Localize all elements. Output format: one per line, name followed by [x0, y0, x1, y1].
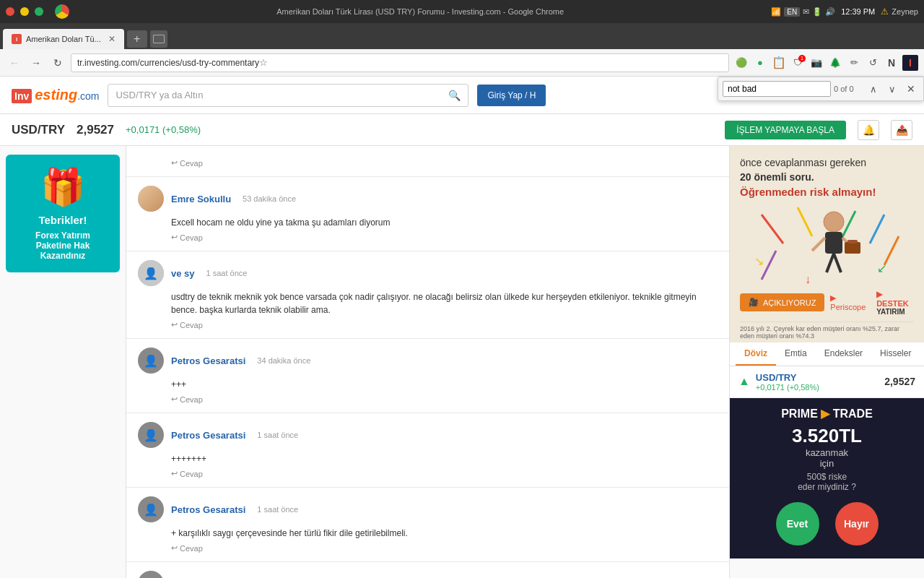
post-time-5: 1 saat önce	[257, 505, 298, 514]
new-tab-button[interactable]: +	[127, 30, 147, 48]
toolbar-icon-2[interactable]: ●	[752, 55, 768, 71]
back-button[interactable]: ←	[6, 54, 23, 72]
market-tab-emtia[interactable]: Emtia	[776, 342, 816, 366]
reply-icon-2: ↩	[171, 320, 178, 329]
post-username-5[interactable]: Petros Gesaratsi	[171, 504, 245, 515]
toolbar-icon-reload2[interactable]: ↺	[865, 55, 881, 71]
avatar-3: 👤	[138, 348, 164, 374]
toolbar-icon-3[interactable]: 📋	[771, 55, 787, 71]
alert-button[interactable]: 🔔	[858, 120, 879, 140]
find-next-button[interactable]: ∨	[884, 81, 900, 97]
forum-post-6: 👤 Petros Gesaratsi 52 dakika önce O zate…	[126, 562, 729, 578]
tab-label: Amerikan Doları Tü...	[26, 35, 101, 43]
browser-tab[interactable]: I Amerikan Doları Tü... ✕	[3, 29, 124, 49]
avatar-1	[138, 186, 164, 212]
toolbar-icon-n[interactable]: N	[884, 55, 899, 71]
find-count: 0 of 0	[834, 85, 863, 93]
reply-link-2[interactable]: ↩ Cevap	[171, 320, 718, 329]
post-username-3[interactable]: Petros Gesaratsi	[171, 355, 245, 366]
symbol-price: 2,9527	[77, 123, 114, 137]
hayir-button[interactable]: Hayır	[835, 502, 879, 545]
address-bar[interactable]: tr.investing.com/currencies/usd-try-comm…	[71, 53, 729, 72]
post-text-1: Excell hocam ne oldu yine ya takma şu ad…	[171, 216, 718, 229]
ad-subtitle: Forex YatırımPaketine HakKazandınız	[14, 230, 111, 261]
reply-link-1[interactable]: ↩ Cevap	[171, 233, 718, 242]
svg-line-8	[812, 238, 825, 251]
forum-post-4: 👤 Petros Gesaratsi 1 saat önce +++++++ ↩…	[126, 413, 729, 488]
forum-post-2: 👤 ve sy 1 saat önce usdtry de teknik mek…	[126, 251, 729, 339]
ad1-text1: önce cevaplanması gereken 20 önemli soru…	[740, 156, 914, 200]
address-url: tr.investing.com/currencies/usd-try-comm…	[77, 58, 259, 68]
svg-rect-7	[825, 232, 842, 254]
forward-button[interactable]: →	[27, 54, 45, 72]
post-username-1[interactable]: Emre Sokullu	[171, 194, 231, 204]
symbol-name: USD/TRY	[12, 123, 65, 137]
reply-link-0[interactable]: ↩ Cevap	[171, 158, 718, 168]
find-bar: 0 of 0 ∧ ∨ ✕	[718, 77, 924, 101]
toolbar-icon-tree[interactable]: 🌲	[827, 55, 843, 71]
tab-favicon: I	[12, 34, 22, 44]
acikliyoruz-button[interactable]: 🎥 AÇIKLIYORUZ	[740, 293, 824, 311]
market-tab-hisseler[interactable]: Hisseler	[871, 342, 920, 366]
post-username-4[interactable]: Petros Gesaratsi	[171, 430, 245, 441]
svg-line-4	[884, 236, 899, 265]
avatar-5: 👤	[138, 496, 164, 522]
yesno-buttons: Evet Hayır	[738, 498, 915, 550]
prize-line2: için	[738, 458, 915, 469]
post-text-5: + karşılıklı saygı çerçevesinde her türl…	[171, 527, 718, 540]
share-button[interactable]: 📤	[891, 120, 912, 140]
toolbar-icon-camera[interactable]: 📷	[808, 55, 824, 71]
forum-content: ↩ Cevap Emre Sokullu 53 dakika önce Exce…	[126, 146, 729, 578]
svg-line-10	[827, 254, 834, 272]
post-time-4: 1 saat önce	[257, 431, 298, 439]
right-ad-1[interactable]: önce cevaplanması gereken 20 önemli soru…	[730, 146, 924, 398]
login-button[interactable]: Giriş Yap / H	[477, 85, 546, 106]
star-icon[interactable]: ☆	[259, 57, 268, 68]
svg-line-5	[762, 251, 776, 280]
toolbar-icon-pen[interactable]: ✏	[846, 55, 862, 71]
left-ad[interactable]: 🎁 Tebrikler! Forex YatırımPaketine HakKa…	[6, 155, 120, 272]
post-header-3: 👤 Petros Gesaratsi 34 dakika önce	[138, 348, 718, 374]
svg-line-2	[798, 207, 812, 236]
right-ad-2[interactable]: PRIME ▶ TRADE 3.520TL kazanmak için 500$…	[730, 398, 924, 558]
market-change: +0,0171 (+0,58%)	[756, 383, 819, 392]
symbol-change: +0,0171 (+0,58%)	[126, 124, 201, 135]
evet-button[interactable]: Evet	[776, 502, 819, 545]
search-bar[interactable]: USD/TRY ya da Altın 🔍	[108, 84, 468, 107]
search-bar-wrap: USD/TRY ya da Altın 🔍	[108, 84, 468, 107]
market-tab-endeksler[interactable]: Endeksler	[816, 342, 871, 366]
reload-button[interactable]: ↻	[49, 54, 66, 72]
market-name: USD/TRY	[756, 372, 819, 383]
ad-title: Tebrikler!	[14, 214, 111, 226]
toolbar-icon-1[interactable]: 🟢	[733, 55, 749, 71]
find-input[interactable]	[723, 81, 831, 97]
svg-text:↓: ↓	[805, 273, 811, 285]
periscope-icon: 🎥	[749, 298, 759, 307]
forum-post-3: 👤 Petros Gesaratsi 34 dakika önce +++ ↩ …	[126, 339, 729, 413]
svg-rect-13	[847, 240, 858, 243]
reply-link-5[interactable]: ↩ Cevap	[171, 543, 718, 553]
find-prev-button[interactable]: ∧	[866, 81, 881, 97]
post-header-5: 👤 Petros Gesaratsi 1 saat önce	[138, 496, 718, 522]
periscope-brand: ▶ Periscope	[830, 293, 871, 311]
left-sidebar: 🎁 Tebrikler! Forex YatırımPaketine HakKa…	[0, 146, 126, 578]
avatar-6: 👤	[138, 571, 164, 578]
page-content: Inv esting .com USD/TRY ya da Altın 🔍 Gi…	[0, 77, 924, 578]
tab-close-button[interactable]: ✕	[108, 34, 116, 44]
prime-trade-logo: PRIME ▶ TRADE	[738, 407, 915, 420]
find-close-button[interactable]: ✕	[903, 81, 919, 97]
toolbar-icon-shield[interactable]: 🛡	[790, 55, 806, 71]
market-row-usdtry[interactable]: ▲ USD/TRY +0,0171 (+0,58%) 2,9527	[730, 366, 924, 398]
reply-link-4[interactable]: ↩ Cevap	[171, 469, 718, 478]
ad1-disclaimer: 2016 yılı 2. Çeyrek kar eden müşteri ora…	[740, 322, 914, 340]
up-arrow-icon: ▲	[738, 375, 750, 388]
reply-link-3[interactable]: ↩ Cevap	[171, 394, 718, 404]
market-tab-doviz[interactable]: Döviz	[736, 342, 776, 366]
tab-thumbnail[interactable]	[150, 30, 167, 48]
reply-icon-5: ↩	[171, 543, 178, 553]
forum-post-5: 👤 Petros Gesaratsi 1 saat önce + karşılı…	[126, 488, 729, 562]
toolbar-icon-inv[interactable]: I	[902, 55, 918, 71]
trade-button[interactable]: İŞLEM YAPMAYA BAŞLA	[725, 121, 846, 139]
post-username-2[interactable]: ve sy	[171, 268, 195, 279]
site-logo[interactable]: Inv esting .com	[12, 87, 99, 103]
